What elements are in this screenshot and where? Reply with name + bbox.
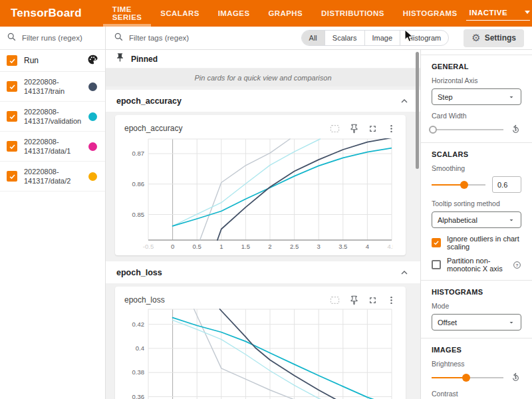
runs-sidebar: Run 20220808-141317/train 20220808-14131… xyxy=(0,27,106,399)
settings-button[interactable]: ⚙ Settings xyxy=(464,29,524,47)
tags-filter-input[interactable] xyxy=(129,34,289,42)
smoothing-value-input[interactable] xyxy=(492,176,521,193)
run-name: 20220808-141317/data/2 xyxy=(24,167,82,186)
chip-image[interactable]: Image xyxy=(365,31,401,45)
help-icon[interactable]: ? xyxy=(513,261,521,269)
run-color-dot xyxy=(88,172,97,181)
epoch-loss-chart[interactable]: 0.360.380.40.42-0.500.511.522.533.544.5 xyxy=(124,307,393,399)
runs-filter-row xyxy=(0,27,105,50)
svg-text:?: ? xyxy=(516,262,519,267)
run-checkbox[interactable] xyxy=(7,81,17,92)
main-content: All Scalars Image Histogram ⚙ Settings P… xyxy=(106,27,420,399)
runs-filter-input[interactable] xyxy=(22,34,98,42)
reload-status-select[interactable]: INACTIVE xyxy=(466,7,530,21)
tab-images[interactable]: IMAGES xyxy=(209,0,259,27)
settings-panel: Settings GENERAL Horizontal Axis Step Ca… xyxy=(420,27,532,399)
svg-text:0.36: 0.36 xyxy=(132,393,145,399)
pinned-title: Pinned xyxy=(131,55,158,64)
ignore-outliers-checkbox[interactable] xyxy=(432,238,441,247)
gear-icon: ⚙ xyxy=(471,33,480,43)
brightness-slider[interactable] xyxy=(432,374,503,382)
runs-column-header: Run xyxy=(24,56,80,65)
cards-scroll-area: Pinned Pin cards for a quick view and co… xyxy=(106,50,420,399)
dropdown-caret-icon xyxy=(507,93,515,101)
search-icon xyxy=(7,32,17,45)
card-width-slider[interactable] xyxy=(432,126,503,134)
main-nav-tabs: TIME SERIES SCALARS IMAGES GRAPHS DISTRI… xyxy=(103,0,467,27)
svg-text:0.86: 0.86 xyxy=(132,180,145,188)
pinned-section-header[interactable]: Pinned xyxy=(106,50,420,68)
run-color-dot xyxy=(88,142,97,151)
dropdown-caret-icon xyxy=(507,216,515,224)
svg-text:2: 2 xyxy=(268,243,271,250)
fullscreen-icon[interactable] xyxy=(368,295,378,305)
more-vert-icon[interactable] xyxy=(386,124,396,134)
tab-time-series[interactable]: TIME SERIES xyxy=(103,0,152,27)
reset-icon[interactable] xyxy=(510,372,521,383)
tooltip-sorting-select[interactable]: Alphabetical xyxy=(432,211,521,228)
svg-text:0.38: 0.38 xyxy=(132,368,145,376)
horizontal-axis-select[interactable]: Step xyxy=(432,88,521,105)
smoothing-slider[interactable] xyxy=(432,181,485,189)
more-vert-icon[interactable] xyxy=(386,295,396,305)
top-app-bar: TensorBoard TIME SERIES SCALARS IMAGES G… xyxy=(0,0,532,27)
fit-domain-icon[interactable] xyxy=(329,123,340,134)
svg-text:0.85: 0.85 xyxy=(132,211,145,218)
runs-header-row: Run xyxy=(0,50,105,72)
settings-group-histograms: HISTOGRAMS Mode Offset xyxy=(432,288,521,331)
search-icon xyxy=(114,32,124,45)
reset-icon[interactable] xyxy=(510,124,521,135)
svg-text:0.5: 0.5 xyxy=(193,243,201,250)
tag-filter-bar: All Scalars Image Histogram ⚙ Settings xyxy=(106,27,532,50)
section-header-epoch-loss[interactable]: epoch_loss xyxy=(106,261,420,283)
fullscreen-icon[interactable] xyxy=(368,124,378,134)
vertical-scrollbar[interactable] xyxy=(416,52,419,169)
run-row-validation: 20220808-141317/validation xyxy=(0,102,105,132)
partition-x-axis-checkbox[interactable] xyxy=(432,260,441,269)
svg-text:-0.5: -0.5 xyxy=(143,243,154,250)
svg-text:0: 0 xyxy=(171,243,174,250)
settings-group-scalars: SCALARS Smoothing Tooltip sorting method… xyxy=(432,150,521,273)
chip-all[interactable]: All xyxy=(302,31,325,45)
svg-text:1: 1 xyxy=(219,243,223,250)
svg-text:4: 4 xyxy=(366,243,369,250)
settings-group-general: GENERAL Horizontal Axis Step Card Width xyxy=(432,63,521,135)
run-name: 20220808-141317/train xyxy=(24,77,82,96)
chip-histogram[interactable]: Histogram xyxy=(400,31,448,45)
svg-text:3: 3 xyxy=(317,243,321,250)
app-title: TensorBoard xyxy=(11,7,82,20)
run-row-data-2: 20220808-141317/data/2 xyxy=(0,162,105,192)
run-row-data-1: 20220808-141317/data/1 xyxy=(0,132,105,162)
svg-text:3.5: 3.5 xyxy=(338,243,347,250)
svg-text:4.5: 4.5 xyxy=(387,243,393,250)
chip-scalars[interactable]: Scalars xyxy=(325,31,365,45)
pin-icon[interactable] xyxy=(349,295,359,305)
pinned-empty-message: Pin cards for a quick view and compariso… xyxy=(106,68,420,86)
dropdown-caret-icon xyxy=(525,11,530,14)
run-row-train: 20220808-141317/train xyxy=(0,72,105,102)
tensorboard-app: TensorBoard TIME SERIES SCALARS IMAGES G… xyxy=(0,0,532,399)
run-checkbox[interactable] xyxy=(7,141,17,152)
pin-icon[interactable] xyxy=(349,124,359,134)
scalar-card-epoch-loss: epoch_loss 0.360.380.40.42-0.500.511.522… xyxy=(115,287,406,399)
run-checkbox[interactable] xyxy=(7,171,17,182)
dropdown-caret-icon xyxy=(507,319,515,327)
svg-text:0.87: 0.87 xyxy=(132,150,145,157)
tab-distributions[interactable]: DISTRIBUTIONS xyxy=(312,0,394,27)
collapse-chevron-icon xyxy=(399,96,410,106)
svg-text:1.5: 1.5 xyxy=(241,243,250,250)
run-name: 20220808-141317/data/1 xyxy=(24,137,82,156)
tab-graphs[interactable]: GRAPHS xyxy=(259,0,312,27)
svg-text:0.4: 0.4 xyxy=(136,344,144,352)
collapse-chevron-icon xyxy=(399,267,410,278)
run-checkbox[interactable] xyxy=(7,111,17,122)
select-all-runs-checkbox[interactable] xyxy=(7,55,17,66)
tab-scalars[interactable]: SCALARS xyxy=(151,0,208,27)
svg-text:2.5: 2.5 xyxy=(290,243,299,250)
section-header-epoch-accuracy[interactable]: epoch_accuracy xyxy=(106,90,420,112)
svg-text:0.42: 0.42 xyxy=(132,321,145,328)
epoch-accuracy-chart[interactable]: 0.850.860.87-0.500.511.522.533.544.5 xyxy=(124,136,393,251)
fit-domain-icon[interactable] xyxy=(329,295,340,306)
tab-histograms[interactable]: HISTOGRAMS xyxy=(394,0,467,27)
histogram-mode-select[interactable]: Offset xyxy=(432,314,521,331)
